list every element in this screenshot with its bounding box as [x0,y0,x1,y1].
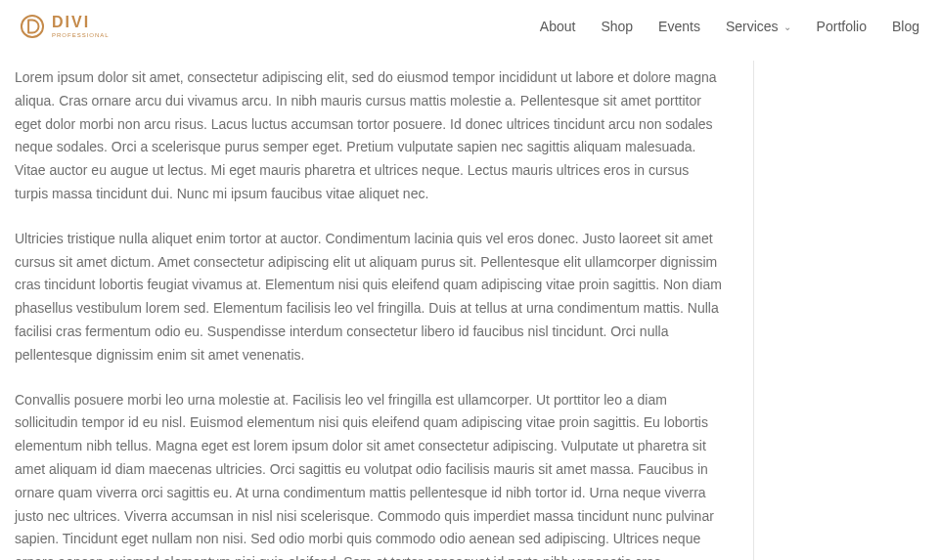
nav-blog[interactable]: Blog [892,19,919,34]
page-body: Lorem ipsum dolor sit amet, consectetur … [0,49,939,560]
logo-subtitle: PROFESSIONAL [52,32,110,38]
main-content: Lorem ipsum dolor sit amet, consectetur … [15,66,753,560]
paragraph-1: Lorem ipsum dolor sit amet, consectetur … [15,66,724,206]
nav-shop[interactable]: Shop [601,19,633,34]
site-header: DIVI PROFESSIONAL About Shop Events Serv… [0,0,939,49]
paragraph-3: Convallis posuere morbi leo urna molesti… [15,389,724,560]
svg-point-0 [22,16,43,37]
nav-services[interactable]: Services ⌄ [726,19,791,34]
nav-events[interactable]: Events [658,19,700,34]
chevron-down-icon: ⌄ [783,22,791,32]
nav-about[interactable]: About [540,19,576,34]
nav-portfolio[interactable]: Portfolio [817,19,867,34]
logo[interactable]: DIVI PROFESSIONAL [20,14,110,39]
nav-services-label: Services [726,19,779,34]
logo-icon [20,14,45,39]
main-nav: About Shop Events Services ⌄ Portfolio B… [540,19,919,34]
logo-text: DIVI PROFESSIONAL [52,15,110,38]
sidebar [753,61,919,560]
paragraph-2: Ultricies tristique nulla aliquet enim t… [15,228,724,367]
logo-name: DIVI [52,15,110,30]
